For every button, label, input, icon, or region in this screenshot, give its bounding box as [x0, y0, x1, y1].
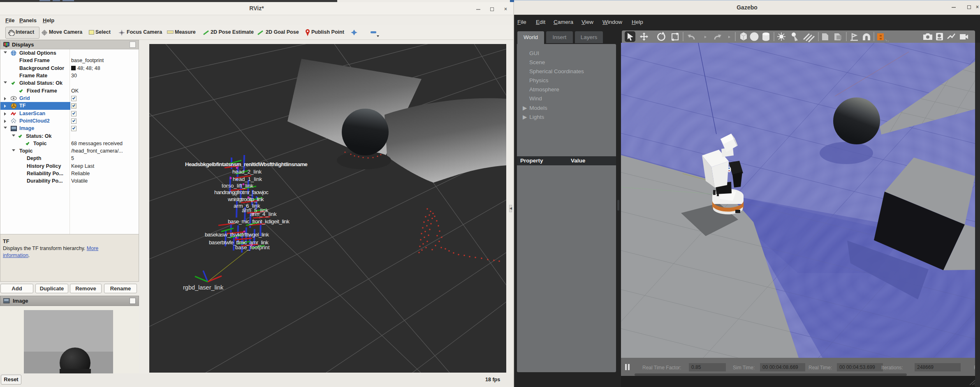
svg-text:arm_4_link: arm_4_link [250, 211, 277, 217]
svg-text:basekasw_tfsvktfrfttwgel_link: basekasw_tfsvktfrfttwgel_link [205, 232, 269, 238]
svg-text:rgbd_laser_link: rgbd_laser_link [183, 284, 224, 291]
svg-text:torso_lift_link: torso_lift_link [222, 183, 253, 189]
svg-text:head_1_link: head_1_link [233, 176, 262, 182]
svg-text:base_mic_front_kdigeit_link: base_mic_front_kdigeit_link [228, 218, 290, 225]
svg-text:handranggfrotmr_faowjoc: handranggfrotmr_faowjoc [214, 189, 269, 195]
svg-text:Headsbkgelbfintatsnsm_renltidW: Headsbkgelbfintatsnsm_renltidWbsfthlight… [185, 161, 308, 167]
svg-text:head_2_link: head_2_link [232, 169, 262, 175]
svg-text:wnistgtrooltp_link: wnistgtrooltp_link [227, 196, 264, 202]
svg-text:base_footprint: base_footprint [235, 244, 270, 250]
